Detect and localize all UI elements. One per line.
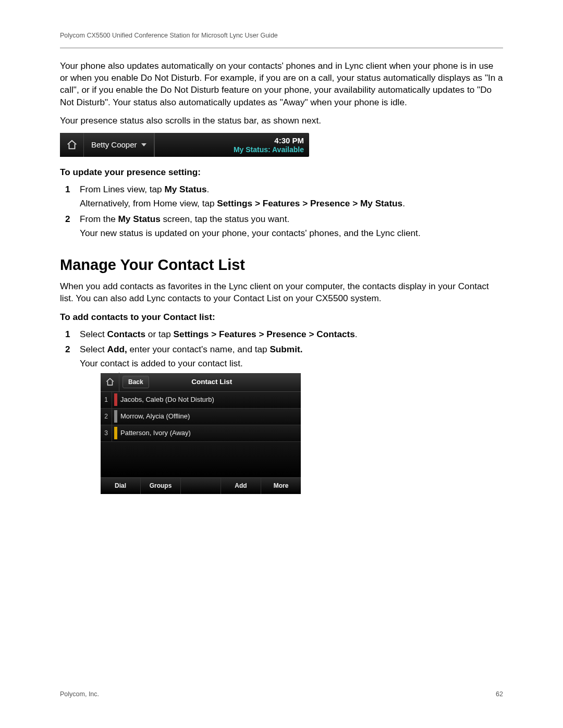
softkey-dial: Dial [101, 478, 141, 494]
softkey-add: Add [221, 478, 261, 494]
contact-row: 3 Patterson, Ivory (Away) [101, 425, 301, 442]
softkey-groups: Groups [141, 478, 181, 494]
doc-header: Polycom CX5500 Unified Conference Statio… [60, 31, 503, 40]
contact-list-title: Contact List [123, 377, 301, 387]
step-number: 1 [65, 328, 70, 340]
softkey-more: More [261, 478, 301, 494]
contact-name: Jacobs, Caleb (Do Not Disturb) [120, 395, 301, 404]
contact-list-header: Back Contact List [101, 373, 301, 392]
status-user-name: Betty Cooper [91, 140, 137, 150]
home-icon [101, 373, 119, 391]
contact-row: 1 Jacobs, Caleb (Do Not Disturb) [101, 392, 301, 409]
step-1: 1 From Lines view, tap My Status. Altern… [77, 183, 503, 209]
page-footer: Polycom, Inc. 62 [60, 690, 503, 699]
contact-list-empty-area [101, 442, 301, 477]
header-rule [60, 47, 503, 48]
contact-name: Patterson, Ivory (Away) [120, 428, 301, 438]
section-heading: Manage Your Contact List [60, 255, 503, 275]
contact-list-softkeys: Dial Groups . Add More [101, 477, 301, 494]
row-index: 1 [101, 392, 112, 408]
step-number: 2 [65, 213, 70, 225]
row-index: 2 [101, 409, 112, 425]
step-2-result: Your new status is updated on your phone… [80, 227, 503, 239]
step-number: 2 [65, 343, 70, 355]
softkey-empty: . [181, 478, 221, 494]
paragraph-intro-1: Your phone also updates automatically on… [60, 60, 503, 108]
paragraph-manage: When you add contacts as favorites in th… [60, 280, 503, 304]
row-index: 3 [101, 425, 112, 441]
procedure-2-steps: 1 Select Contacts or tap Settings > Feat… [60, 328, 503, 494]
status-bar-screenshot: Betty Cooper 4:30 PM My Status: Availabl… [60, 133, 309, 157]
contact-name: Morrow, Alycia (Offline) [120, 412, 301, 421]
home-icon [60, 133, 84, 157]
step-2: 2 From the My Status screen, tap the sta… [77, 213, 503, 239]
procedure-1-steps: 1 From Lines view, tap My Status. Altern… [60, 183, 503, 239]
step-number: 1 [65, 183, 70, 195]
status-bar-right: 4:30 PM My Status: Available [155, 133, 309, 157]
footer-company: Polycom, Inc. [60, 690, 99, 699]
presence-indicator-away [114, 427, 117, 439]
status-time: 4:30 PM [274, 136, 304, 145]
status-name-dropdown: Betty Cooper [84, 133, 154, 157]
status-availability: My Status: Available [234, 145, 304, 154]
status-bar-left: Betty Cooper [60, 133, 155, 157]
procedure-2-title: To add contacts to your Contact list: [60, 311, 503, 323]
presence-indicator-offline [114, 410, 117, 423]
footer-page-number: 62 [496, 690, 503, 699]
chevron-down-icon [141, 143, 146, 146]
contact-row: 2 Morrow, Alycia (Offline) [101, 409, 301, 425]
step-2-result: Your contact is added to your contact li… [80, 357, 503, 369]
step-2: 2 Select Add, enter your contact's name,… [77, 343, 503, 493]
procedure-1-title: To update your presence setting: [60, 166, 503, 178]
presence-indicator-dnd [114, 393, 117, 406]
paragraph-intro-2: Your presence status also scrolls in the… [60, 115, 503, 127]
step-1: 1 Select Contacts or tap Settings > Feat… [77, 328, 503, 340]
contact-list-screenshot: Back Contact List 1 Jacobs, Caleb (Do No… [101, 373, 301, 494]
step-1-alt: Alternatively, from Home view, tap Setti… [80, 198, 503, 209]
